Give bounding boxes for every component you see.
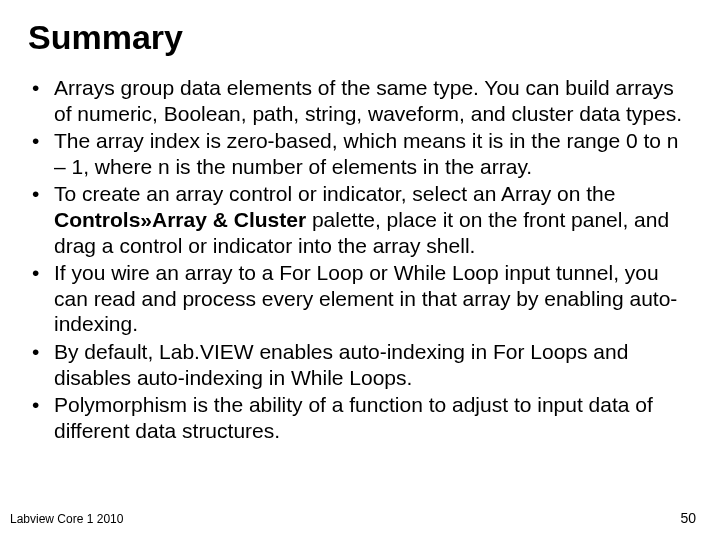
slide: Summary Arrays group data elements of th… — [0, 0, 720, 540]
bullet-text: If you wire an array to a For Loop or Wh… — [54, 261, 677, 335]
footer-left: Labview Core 1 2010 — [10, 512, 123, 526]
bullet-text: Arrays group data elements of the same t… — [54, 76, 682, 125]
list-item: Polymorphism is the ability of a functio… — [28, 392, 692, 443]
bullet-text: By default, Lab.VIEW enables auto-indexi… — [54, 340, 628, 389]
page-number: 50 — [680, 510, 696, 526]
page-title: Summary — [28, 18, 692, 57]
bullet-bold: Controls»Array & Cluster — [54, 208, 306, 231]
bullet-text: Polymorphism is the ability of a functio… — [54, 393, 653, 442]
list-item: If you wire an array to a For Loop or Wh… — [28, 260, 692, 337]
list-item: Arrays group data elements of the same t… — [28, 75, 692, 126]
bullet-text: The array index is zero-based, which mea… — [54, 129, 678, 178]
bullet-text: To create an array control or indicator,… — [54, 182, 615, 205]
list-item: The array index is zero-based, which mea… — [28, 128, 692, 179]
bullet-list: Arrays group data elements of the same t… — [28, 75, 692, 444]
list-item: To create an array control or indicator,… — [28, 181, 692, 258]
list-item: By default, Lab.VIEW enables auto-indexi… — [28, 339, 692, 390]
